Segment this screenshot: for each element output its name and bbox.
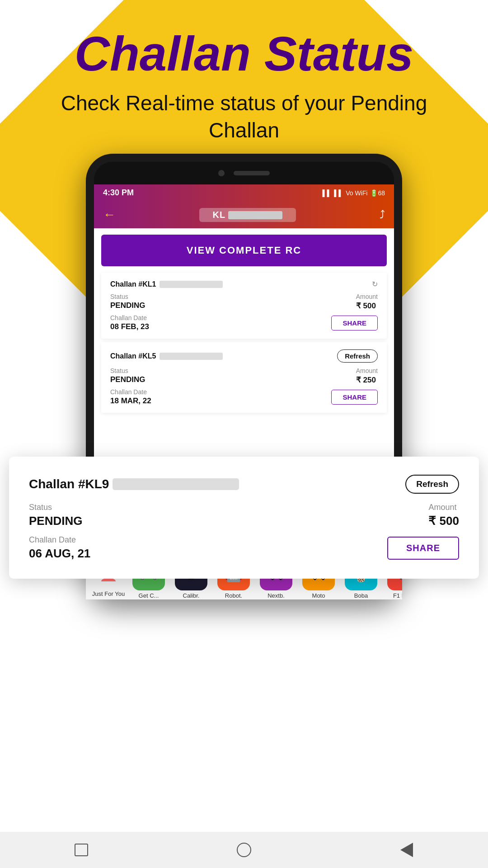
challan-date-field-2: Challan Date 18 MAR, 22: [110, 388, 151, 406]
status-time: 4:30 PM: [103, 188, 134, 198]
share-button-1[interactable]: SHARE: [331, 316, 378, 330]
challan-date-field-1: Challan Date 08 FEB, 23: [110, 314, 149, 331]
challan-main-number: Challan #KL9: [29, 477, 239, 491]
share-button-main[interactable]: SHARE: [387, 537, 459, 560]
challan-number-2: Challan #KL5: [110, 352, 223, 360]
vowifi-icon: Vo WiFi: [346, 189, 367, 197]
square-icon: [75, 844, 88, 856]
challan-card-secondary-1: Challan #KL1 ↻ Status PENDING Amount ₹ 5…: [101, 273, 387, 339]
refresh-button-main[interactable]: Refresh: [405, 475, 459, 494]
back-button[interactable]: ←: [103, 208, 116, 222]
share-icon[interactable]: ⤴: [380, 208, 385, 221]
challan-number-blur-1: [160, 281, 223, 288]
challan-amount-field-2: Amount ₹ 250: [356, 367, 378, 385]
status-bar: 4:30 PM ▌▌ ▌▌ Vo WiFi 🔋68: [94, 184, 394, 201]
phone-top-bar: [94, 162, 394, 184]
challan-main-header: Challan #KL9 Refresh: [29, 475, 459, 494]
challan-icon-1: ↻: [372, 280, 378, 288]
vehicle-plate: KL: [199, 208, 296, 222]
page-title: Challan Status: [0, 27, 488, 81]
circle-icon: [237, 843, 251, 857]
page-subtitle: Check Real-time status of your Pending C…: [0, 90, 488, 144]
signal-icon-2: ▌▌: [334, 189, 343, 197]
challan-amount-field-1: Amount ₹ 500: [356, 293, 378, 311]
navigation-bar: [0, 832, 488, 868]
view-rc-button[interactable]: VIEW COMPLETE RC: [101, 235, 387, 266]
challan-number-blur-2: [160, 353, 223, 360]
phone-speaker: [234, 171, 270, 175]
nav-square-button[interactable]: [70, 841, 93, 859]
just-for-you-label: Just For You: [94, 590, 125, 591]
app-header: ← KL ⤴: [94, 201, 394, 228]
signal-icon: ▌▌: [323, 189, 332, 197]
status-icons: ▌▌ ▌▌ Vo WiFi 🔋68: [323, 189, 385, 197]
nav-home-button[interactable]: [233, 841, 255, 859]
battery-icon: 🔋68: [370, 189, 385, 197]
challan-main-status: Status PENDING: [29, 503, 82, 528]
triangle-icon: [400, 843, 413, 857]
plate-blur: [228, 211, 282, 219]
nav-back-button[interactable]: [395, 841, 418, 859]
date-share-row: Challan Date 06 AUG, 21 SHARE: [29, 535, 459, 561]
front-camera: [218, 170, 225, 176]
challan-status-field-2: Status PENDING: [110, 367, 145, 385]
share-button-2[interactable]: SHARE: [331, 390, 378, 405]
status-amount-row: Status PENDING Amount ₹ 500: [29, 503, 459, 528]
challan-status-field-1: Status PENDING: [110, 293, 145, 311]
challan-main-amount: Amount ₹ 500: [428, 503, 459, 528]
challan-card-secondary-2: Challan #KL5 Refresh Status PENDING Amou…: [101, 342, 387, 413]
challan-card-main: Challan #KL9 Refresh Status PENDING Amou…: [9, 457, 479, 579]
refresh-button-2[interactable]: Refresh: [337, 349, 378, 363]
challan-main-blur: [113, 478, 239, 490]
challan-number-1: Challan #KL1: [110, 280, 223, 288]
challan-main-date: Challan Date 06 AUG, 21: [29, 535, 90, 561]
